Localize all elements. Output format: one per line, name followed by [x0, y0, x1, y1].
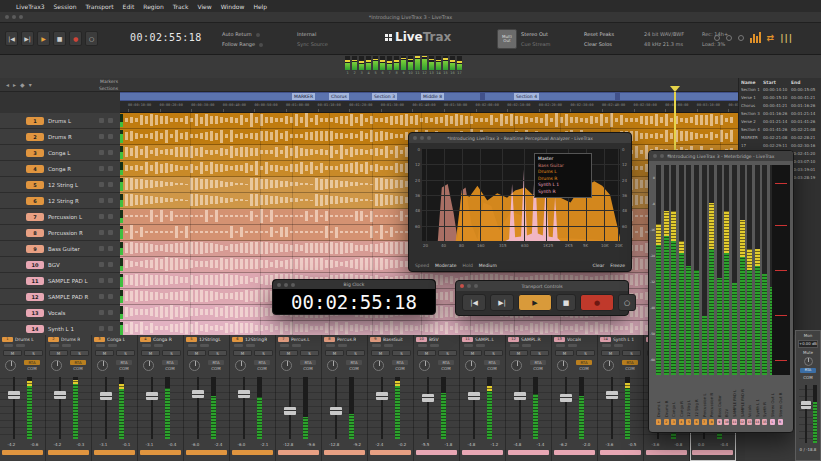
region-row[interactable]: Verse 100:00:15:1000:00:41:21	[739, 94, 821, 102]
fader-cap[interactable]	[330, 407, 342, 415]
com-button[interactable]: COM	[622, 366, 638, 371]
solo-button[interactable]: S	[300, 350, 319, 356]
com-button[interactable]: COM	[208, 366, 224, 371]
fader-area[interactable]	[230, 375, 276, 441]
play-button[interactable]: ▶	[518, 294, 552, 311]
bridge-track-badge[interactable]: 7	[702, 419, 707, 425]
record-enable-icon[interactable]	[99, 182, 104, 187]
monitor-icon[interactable]	[108, 262, 113, 267]
mixer-strip-bassguit[interactable]: 9BassGuitMSRTACOM-2.4-0.2	[368, 335, 414, 461]
track-lane[interactable]	[120, 113, 738, 129]
meterbridge-icon[interactable]	[750, 32, 761, 43]
big-clock-title-bar[interactable]: Big Clock	[273, 280, 435, 289]
solo-button[interactable]: S	[208, 350, 227, 356]
menu-item-view[interactable]: View	[197, 3, 211, 10]
solo-button[interactable]: S	[254, 350, 273, 356]
mute-button[interactable]: M	[141, 350, 160, 356]
rta-button[interactable]: RTA	[162, 360, 178, 365]
fader-cap[interactable]	[192, 390, 204, 398]
pan-knob[interactable]	[557, 360, 568, 371]
transport-controls-window[interactable]: Transport Controls |◀▶|▶■●○	[455, 280, 629, 316]
fader-area[interactable]	[460, 375, 506, 441]
bridge-track-badge[interactable]: 5	[686, 419, 691, 425]
mute-button[interactable]: M	[233, 350, 252, 356]
fader-cap[interactable]	[514, 392, 526, 400]
bridge-track-badge[interactable]: 8	[709, 419, 714, 425]
big-clock-window[interactable]: Big Clock 00:02:55:18	[272, 279, 436, 315]
menu-item-session[interactable]: Session	[54, 3, 77, 10]
legend-entry[interactable]: Synth R	[538, 189, 588, 196]
monitor-out-button[interactable]: Multi Out	[497, 29, 517, 49]
mute-button[interactable]: M	[555, 350, 574, 356]
menu-item-transport[interactable]: Transport	[85, 3, 113, 10]
solo-button[interactable]: S	[438, 350, 457, 356]
solo-button[interactable]: S	[346, 350, 365, 356]
clear-solos-button[interactable]: Clear Solos	[584, 39, 614, 49]
record-enable-icon[interactable]	[99, 214, 104, 219]
bridge-track-badge[interactable]: 4	[679, 419, 684, 425]
track-number-badge[interactable]: 14	[26, 325, 44, 333]
fader-area[interactable]	[598, 375, 644, 441]
record-enable-icon[interactable]	[99, 198, 104, 203]
com-button[interactable]: COM	[24, 366, 40, 371]
track-number-badge[interactable]: 9	[26, 245, 44, 253]
mixer-strip-synth-l-1[interactable]: 14Synth L 1MSRTACOM-3.6-0.5	[598, 335, 644, 461]
meterbridge-title-bar[interactable]: *Introducing LiveTrax 3 - Meterbridge - …	[649, 151, 793, 161]
menu-item-livetrax3[interactable]: LiveTrax3	[16, 3, 45, 10]
pan-knob[interactable]	[281, 360, 292, 371]
monitor-icon[interactable]	[108, 198, 113, 203]
primary-clock[interactable]: 00:02:55:18	[130, 32, 202, 43]
com-button[interactable]: COM	[438, 366, 454, 371]
fader-cap[interactable]	[422, 394, 434, 402]
auto-return-toggles[interactable]: Auto Return Follow Range	[222, 29, 263, 49]
track-header-bass-guitar[interactable]: 9Bass Guitar	[0, 241, 120, 257]
fader-area[interactable]	[46, 375, 92, 441]
mixer-strip-percus.r[interactable]: 8Percus.RMSRTACOM-12.8-9.2	[322, 335, 368, 461]
status-circle-icon[interactable]	[738, 35, 744, 41]
rta-button[interactable]: RTA	[622, 360, 638, 365]
regions-col-header[interactable]: Name	[741, 80, 763, 85]
record-enable-icon[interactable]	[99, 294, 104, 299]
record-button[interactable]: ●	[580, 294, 614, 311]
pan-knob[interactable]	[5, 360, 16, 371]
monitor-mute-button[interactable]: Mute	[796, 350, 820, 355]
pan-knob[interactable]	[603, 360, 614, 371]
monitor-icon[interactable]	[108, 134, 113, 139]
sections-ruler[interactable]: MARKERChorusSection 3Middle 8Section 4	[120, 92, 821, 101]
fader-area[interactable]	[552, 375, 598, 441]
monitor-rta-button[interactable]: RTA	[800, 368, 816, 373]
rta-button[interactable]: RTA	[116, 360, 132, 365]
track-number-badge[interactable]: 11	[26, 277, 44, 285]
mixer-strip-drums-l[interactable]: 1Drums LMSRTACOM-4.2-0.6	[0, 335, 46, 461]
com-button[interactable]: COM	[484, 366, 500, 371]
transport-window-title-bar[interactable]: Transport Controls	[456, 281, 628, 291]
mute-button[interactable]: M	[601, 350, 620, 356]
com-button[interactable]: COM	[576, 366, 592, 371]
mute-button[interactable]: M	[49, 350, 68, 356]
pan-knob[interactable]	[327, 360, 338, 371]
bridge-track-badge[interactable]: 2	[664, 419, 669, 425]
stop-button[interactable]: ■	[53, 31, 66, 46]
fader-cap[interactable]	[376, 392, 388, 400]
solo-button[interactable]: S	[530, 350, 549, 356]
editor-mixer-toggle-icon[interactable]: ⇄	[767, 33, 775, 43]
track-number-badge[interactable]: 3	[26, 149, 44, 157]
pan-knob[interactable]	[97, 360, 108, 371]
track-header-vocals[interactable]: 13Vocals	[0, 305, 120, 321]
fader-area[interactable]	[368, 375, 414, 441]
mixer-strip-drums-r[interactable]: 2Drums RMSRTACOM-4.2-0.3	[46, 335, 92, 461]
track-number-badge[interactable]: 1	[26, 117, 44, 125]
go-end-button[interactable]: ▶|	[490, 294, 514, 311]
solo-button[interactable]: S	[116, 350, 135, 356]
mixer-strip-conga-r[interactable]: 4Conga RMSRTACOM-3.1-0.4	[138, 335, 184, 461]
fader-area[interactable]	[184, 375, 230, 441]
go-end-button[interactable]: ▶|	[21, 31, 34, 46]
region-row[interactable]: 1700:02:29:1100:02:30:16	[739, 142, 821, 150]
analyzer-title-bar[interactable]: *Introducing LiveTrax 3 - Realtime Perce…	[409, 133, 631, 143]
status-circle-icon[interactable]	[726, 35, 732, 41]
solo-button[interactable]: S	[162, 350, 181, 356]
bridge-track-badge[interactable]: 6	[694, 419, 699, 425]
peak-solo-buttons[interactable]: Reset Peaks Clear Solos	[584, 29, 614, 49]
pan-knob[interactable]	[419, 360, 430, 371]
monitor-icon[interactable]	[108, 326, 113, 331]
